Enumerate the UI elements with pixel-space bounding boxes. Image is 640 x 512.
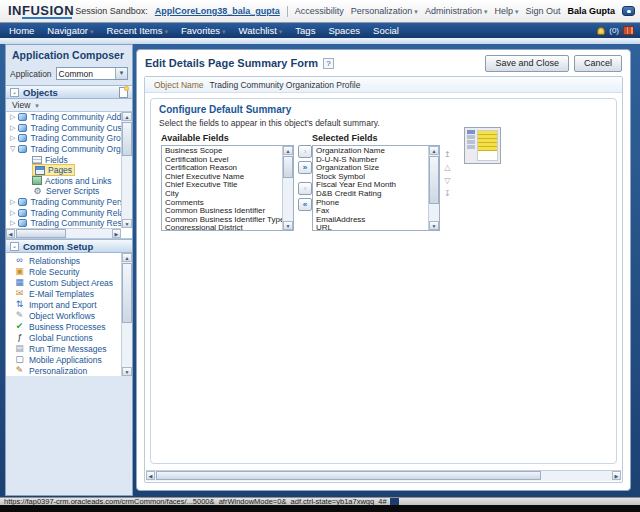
scroll-left-icon[interactable]: ◀ [146,471,155,480]
expand-caret-icon[interactable]: ▷ [10,198,15,206]
common-setup-item-global-functions[interactable]: ƒ Global Functions [6,332,121,343]
remove-all-button[interactable]: « [298,198,312,211]
scroll-left-icon[interactable]: ◀ [6,229,15,238]
scroll-down-icon[interactable]: ▼ [283,221,293,230]
expand-caret-icon[interactable]: ▷ [10,124,15,132]
scrollbar-thumb[interactable] [429,156,439,204]
cancel-button[interactable]: Cancel [574,55,622,72]
common-setup-item-custom-subject-areas[interactable]: ▦ Custom Subject Areas [6,277,121,288]
view-menu[interactable]: View [12,100,30,110]
list-item[interactable]: Fiscal Year End Month [313,181,428,190]
tree-item-server-scripts[interactable]: ⚙ Server Scripts [6,186,121,197]
nav-navigator[interactable]: Navigator [47,25,93,36]
list-item[interactable]: Chief Executive Title [162,181,282,190]
common-setup-item-import-export[interactable]: ⇅ Import and Export [6,299,121,310]
scroll-down-icon[interactable]: ▼ [122,367,132,376]
help-menu[interactable]: Help [494,6,518,16]
nav-home[interactable]: Home [9,25,34,36]
new-object-icon[interactable] [119,87,128,98]
common-setup-scrollbar[interactable]: ▲ ▼ [121,253,132,376]
list-item[interactable]: Phone [313,199,428,208]
move-selected-button[interactable]: › [298,145,312,158]
scroll-down-icon[interactable]: ▼ [122,219,132,228]
notification-bell-icon[interactable] [597,27,605,35]
tree-item-address[interactable]: ▷ Trading Community Address [6,112,121,123]
list-item[interactable]: URL [313,224,428,230]
list-item[interactable]: Congressional District [162,224,282,230]
objects-section-header[interactable]: ⌄ Objects [6,85,132,99]
accessibility-link[interactable]: Accessibility [295,6,344,16]
tree-item-resource-profile[interactable]: ▷ Trading Community Resource Profile [6,218,121,228]
list-item[interactable]: Organization Size [313,164,428,173]
personalization-menu[interactable]: Personalization [351,6,418,16]
session-sandbox-link[interactable]: ApplCoreLong38_bala_gupta [155,6,280,16]
common-setup-item-business-processes[interactable]: ✔ Business Processes [6,321,121,332]
list-item[interactable]: City [162,190,282,199]
nav-social[interactable]: Social [373,25,399,36]
collapse-caret-icon[interactable]: ▽ [10,145,15,153]
list-item[interactable]: Certification Level [162,156,282,165]
chevron-down-icon[interactable]: ▼ [115,68,127,79]
application-select[interactable]: Common ▼ [56,67,128,80]
sign-out-link[interactable]: Sign Out [525,6,560,16]
scrollbar-thumb[interactable] [122,263,132,323]
list-item[interactable]: Certification Reason [162,164,282,173]
scroll-up-icon[interactable]: ▲ [122,253,132,262]
tree-item-organization-profile[interactable]: ▽ Trading Community Organization Prof [6,144,121,155]
move-up-icon[interactable]: △ [444,164,451,172]
common-setup-item-relationships[interactable]: ∞ Relationships [6,255,121,266]
common-setup-section-header[interactable]: ⌄ Common Setup [6,239,132,253]
tree-horizontal-scrollbar[interactable]: ◀ ▶ [6,228,121,238]
list-item[interactable]: Chief Executive Name [162,173,282,182]
list-item[interactable]: D-U-N-S Number [313,156,428,165]
list-item[interactable]: Organization Name [313,147,428,156]
expand-caret-icon[interactable]: ▷ [10,209,15,217]
tree-item-group-profile[interactable]: ▷ Trading Community Group Profile [6,133,121,144]
save-and-close-button[interactable]: Save and Close [485,55,569,72]
expand-caret-icon[interactable]: ▷ [10,113,15,121]
scroll-up-icon[interactable]: ▲ [122,112,132,121]
scroll-right-icon[interactable]: ▶ [612,471,621,480]
expand-caret-icon[interactable]: ▷ [10,134,15,142]
list-item[interactable]: Common Business Identifier [162,207,282,216]
list-item[interactable]: Business Scope [162,147,282,156]
nav-spaces[interactable]: Spaces [328,25,360,36]
collapse-icon[interactable]: ⌄ [10,88,19,97]
move-top-icon[interactable]: ↥ [444,151,451,159]
remove-selected-button[interactable]: ‹ [298,182,312,195]
list-item[interactable]: Stock Symbol [313,173,428,182]
scroll-down-icon[interactable]: ▼ [429,221,439,230]
tree-item-person-profile[interactable]: ▷ Trading Community Person Profile [6,197,121,208]
list-item[interactable]: D&B Credit Rating [313,190,428,199]
common-setup-item-personalization[interactable]: ✎ Personalization [6,365,121,376]
scroll-up-icon[interactable]: ▲ [429,146,439,155]
content-horizontal-scrollbar[interactable]: ◀ ▶ [146,470,621,481]
list-item[interactable]: Common Business Identifier Type [162,216,282,225]
tree-item-pages[interactable]: Pages [6,165,121,176]
common-setup-item-email-templates[interactable]: ✉ E-Mail Templates [6,288,121,299]
scrollbar-thumb[interactable] [283,156,293,178]
scroll-right-icon[interactable]: ▶ [112,229,121,238]
list-item[interactable]: Fax [313,207,428,216]
expand-caret-icon[interactable]: ▷ [10,219,15,227]
available-fields-scrollbar[interactable]: ▲ ▼ [282,146,293,230]
nav-recent-items[interactable]: Recent Items [107,25,168,36]
list-item[interactable]: Comments [162,199,282,208]
tree-item-customer-contact[interactable]: ▷ Trading Community Customer Contac [6,123,121,134]
scrollbar-thumb[interactable] [156,471,541,480]
scroll-up-icon[interactable]: ▲ [283,146,293,155]
list-item[interactable]: EmailAddress [313,216,428,225]
administration-menu[interactable]: Administration [425,6,488,16]
move-down-icon[interactable]: ▽ [444,177,451,185]
move-bottom-icon[interactable]: ↧ [444,190,451,198]
tree-vertical-scrollbar[interactable]: ▲ ▼ [121,112,132,228]
tree-item-actions-and-links[interactable]: Actions and Links [6,176,121,187]
scrollbar-thumb[interactable] [122,122,132,156]
common-setup-item-run-time-messages[interactable]: ▤ Run Time Messages [6,343,121,354]
collapse-icon[interactable]: ⌄ [10,242,19,251]
help-icon[interactable]: ? [323,58,334,69]
common-setup-item-role-security[interactable]: ▣ Role Security [6,266,121,277]
nav-watchlist[interactable]: Watchlist [239,25,283,36]
flag-grid-icon[interactable] [623,26,634,35]
tree-item-relationship[interactable]: ▷ Trading Community Relationship [6,207,121,218]
